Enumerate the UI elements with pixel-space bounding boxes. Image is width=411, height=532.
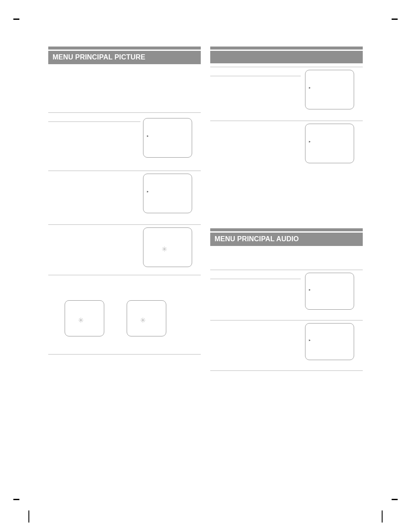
body-text: BRIGHT augmente ou réduit la quantité de… xyxy=(210,174,357,213)
section-title: MENU PRINCIPAL PICTURE xyxy=(53,53,196,61)
divider xyxy=(210,370,363,371)
step-item: 1 Press MENU, then < or > to select AUDI… xyxy=(210,273,363,316)
illustration-pair: ✳ PICTURE ✳ PICTURE xyxy=(48,300,201,345)
tv-screen-illustration: AUDIO ▸ xyxy=(305,323,354,360)
crop-mark xyxy=(13,19,19,20)
step-item: Standard – pour l'image « standard », ré… xyxy=(48,115,201,166)
tv-screen-illustration: PICTURE ✳ xyxy=(143,227,192,267)
step-item: Manual – pour les réglages personnalisés… xyxy=(48,278,201,295)
tv-screen-illustration: PICTURE ▸ xyxy=(143,118,192,158)
step-item: Cinema – pour l'atmosphère du grand écra… xyxy=(48,227,201,271)
body-text: STANDARD Convient à une écoute normale. … xyxy=(210,373,357,403)
crop-mark xyxy=(392,499,398,500)
footer-code: 3828VA0338K(S15A_REV01) xyxy=(36,521,82,525)
intro-text: Vous avez accès à cinq modes audio par l… xyxy=(210,255,303,266)
divider xyxy=(210,320,363,320)
crop-mark xyxy=(13,499,19,500)
play-indicator-icon: ▸ xyxy=(309,140,311,143)
tv-screen-illustration: ✳ xyxy=(127,300,166,336)
divider xyxy=(210,270,363,270)
divider xyxy=(210,279,301,279)
step-item: Dynamic – pour une image accentuée, haut… xyxy=(48,174,201,220)
play-indicator-icon: ▸ xyxy=(147,134,149,138)
footer-time: 3:32 PM xyxy=(312,521,325,525)
divider xyxy=(48,112,201,113)
left-column: MENU PRINCIPAL PICTURE Sélection du Pict… xyxy=(48,47,201,407)
burst-icon: ✳ xyxy=(162,245,166,253)
tv-screen-illustration: PICTURE ▸ xyxy=(143,174,192,213)
tv-screen-illustration: PICTURE ▸ xyxy=(305,124,354,163)
divider xyxy=(210,67,363,67)
play-indicator-icon: ▸ xyxy=(309,86,311,90)
section-header-continued xyxy=(210,51,363,63)
tv-screen-illustration: PICTURE ▸ xyxy=(305,70,354,109)
divider xyxy=(48,224,201,225)
footer-page: 52 xyxy=(129,521,133,525)
burst-icon: ✳ xyxy=(140,316,144,324)
step-item: 1 Appuyez sur ▲ ou ▼ pour sélectionner l… xyxy=(210,70,363,116)
divider xyxy=(210,121,363,121)
subsection-title: Sélection du mode audio xyxy=(210,249,363,255)
divider xyxy=(48,354,201,355)
crop-mark xyxy=(382,510,383,523)
intro-text: C'est pourquoi, votre téléviseur a été p… xyxy=(48,74,141,109)
tv-screen-illustration: ✳ xyxy=(65,300,104,336)
section-title: MENU PRINCIPAL AUDIO xyxy=(215,235,358,243)
divider xyxy=(48,121,140,122)
divider xyxy=(48,171,201,171)
tv-screen-illustration: AUDIO ▸ xyxy=(305,273,354,310)
section-header: MENU PRINCIPAL AUDIO xyxy=(210,233,363,246)
accent-bar xyxy=(210,47,363,50)
play-indicator-icon: ▸ xyxy=(309,288,311,292)
step-item: 2 Press ▲ or ▼ to select AUDIO MODE. AUD… xyxy=(210,323,363,366)
play-indicator-icon: ▸ xyxy=(147,190,149,193)
accent-bar xyxy=(48,47,201,50)
subsection-title: Sélection du Picture Mode (Image) xyxy=(48,68,201,73)
body-text: Vous permet de régler, selon vos préfére… xyxy=(48,363,141,383)
subsection-title: Réglage de l'image xyxy=(48,357,201,362)
burst-icon: ✳ xyxy=(78,316,82,324)
divider xyxy=(48,275,201,275)
right-column: 1 Appuyez sur ▲ ou ▼ pour sélectionner l… xyxy=(210,47,363,407)
footer-meta: Page 52 xyxy=(362,521,375,525)
divider xyxy=(210,76,301,76)
page-content: MENU PRINCIPAL PICTURE Sélection du Pict… xyxy=(48,47,363,407)
play-indicator-icon: ▸ xyxy=(309,338,311,342)
crop-mark xyxy=(28,510,29,523)
crop-mark xyxy=(392,19,398,20)
accent-bar xyxy=(210,228,363,231)
section-header: MENU PRINCIPAL PICTURE xyxy=(48,51,201,64)
step-item: 2 Appuyez sur < ou > pour effectuer le r… xyxy=(210,124,363,170)
